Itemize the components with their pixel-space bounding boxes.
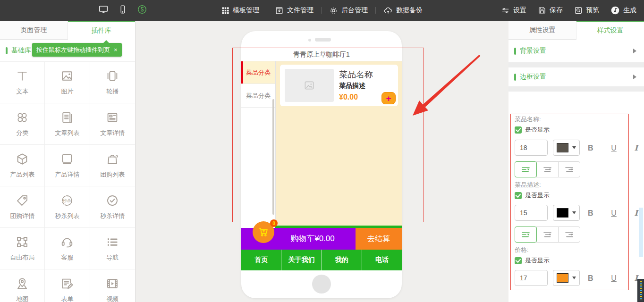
widget-text[interactable]: 文本 <box>0 62 45 103</box>
tab-style-settings[interactable]: 样式设置 <box>576 21 644 40</box>
scrollbar-track-highlight[interactable] <box>639 208 643 257</box>
checkbox-checked-icon[interactable] <box>515 257 522 264</box>
font-color-select-price[interactable] <box>553 270 580 286</box>
widget-label: 轮播 <box>106 87 119 96</box>
menu-item-category[interactable]: 菜品分类 <box>241 84 275 108</box>
italic-button[interactable]: I <box>635 209 638 218</box>
widget-groupbuy-list[interactable]: 团购列表 <box>90 145 135 186</box>
show-toggle-row: 是否显示 <box>515 191 550 200</box>
widget-label: 客服 <box>61 253 73 262</box>
preview-button[interactable]: 预览 <box>574 6 599 15</box>
monitor-icon[interactable] <box>98 4 109 17</box>
scrollbar-thumb[interactable] <box>272 99 274 215</box>
close-icon[interactable]: × <box>114 47 118 53</box>
widget-navigation[interactable]: 导航 <box>90 228 135 269</box>
menu-label: 模板管理 <box>233 6 259 15</box>
dish-price: ¥0.00 <box>339 93 358 101</box>
checkbox-checked-icon[interactable] <box>515 192 522 199</box>
save-button[interactable]: 保存 <box>538 6 563 15</box>
menu-item-label: 菜品分类 <box>246 92 271 100</box>
widget-seckill-list[interactable]: 秒杀 秒杀列表 <box>45 186 90 228</box>
cart-count-badge: 0 <box>270 219 278 227</box>
nav-item-about[interactable]: 关于我们 <box>281 250 322 270</box>
font-size-input-dish-name[interactable] <box>515 140 548 156</box>
checkout-button[interactable]: 去结算 <box>356 228 402 250</box>
widget-category[interactable]: 分类 <box>0 103 45 145</box>
app-title: 青青原上草咖啡厅1 <box>241 48 402 61</box>
underline-button[interactable]: U <box>611 209 617 218</box>
generate-button[interactable]: 生成 <box>610 6 636 15</box>
dish-name: 菜品名称 <box>339 69 373 80</box>
topbar: 模板管理 文件管理 后台管理 数据备份 <box>0 0 644 21</box>
menu-file-management[interactable]: 文件管理 <box>275 6 314 15</box>
align-left-button[interactable] <box>515 161 537 177</box>
underline-button[interactable]: U <box>611 144 617 152</box>
tab-attribute-settings[interactable]: 属性设置 <box>508 21 576 40</box>
section-label: 边框设置 <box>520 73 546 81</box>
text-settings-body: 菜品名称: 是否显示 B U I <box>508 92 644 302</box>
cloud-upload-icon <box>383 6 393 15</box>
menu-template-management[interactable]: 模板管理 <box>221 6 259 15</box>
nav-item-home[interactable]: 首页 <box>241 250 281 270</box>
map-icon <box>15 277 29 291</box>
widget-label: 文章列表 <box>55 129 79 137</box>
widget-article-detail[interactable]: 文章详情 <box>90 103 135 145</box>
font-color-select-dish-desc[interactable] <box>553 205 580 221</box>
align-left-button[interactable] <box>515 226 537 243</box>
tooltip-arrow <box>103 40 110 43</box>
smartphone-icon[interactable] <box>118 4 127 17</box>
section-header[interactable]: 边框设置 <box>508 67 644 86</box>
tab-plugin-library[interactable]: 插件库 <box>68 21 136 40</box>
customer-service-icon <box>60 235 74 249</box>
underline-button[interactable]: U <box>611 274 617 283</box>
menu-item-category[interactable]: 菜品分类 <box>241 61 275 84</box>
align-center-button[interactable] <box>536 161 559 177</box>
section-header[interactable]: 背景设置 <box>508 40 644 62</box>
add-to-cart-button[interactable]: + <box>381 92 396 104</box>
widget-video[interactable]: 视频 <box>90 269 135 302</box>
bold-button[interactable]: B <box>588 144 593 152</box>
widget-customer-service[interactable]: 客服 <box>45 228 90 269</box>
font-style-buttons: B U I <box>588 274 638 283</box>
scrollbar-minimap-thumb[interactable] <box>637 279 644 302</box>
bold-button[interactable]: B <box>588 274 593 283</box>
widget-article-list[interactable]: 文章列表 <box>45 103 90 145</box>
left-panel-tabs: 页面管理 插件库 <box>0 21 135 40</box>
nav-item-phone[interactable]: 电话 <box>362 250 402 270</box>
nav-item-mine[interactable]: 我的 <box>322 250 362 270</box>
bold-button[interactable]: B <box>588 209 593 218</box>
settings-button[interactable]: 设置 <box>501 6 526 15</box>
phone-camera-dot <box>308 39 311 42</box>
font-size-input-price[interactable] <box>515 270 548 286</box>
widget-label: 秒杀列表 <box>55 212 79 220</box>
menu-data-backup[interactable]: 数据备份 <box>383 6 423 15</box>
checkbox-checked-icon[interactable] <box>515 126 522 134</box>
link-icon[interactable] <box>137 4 147 17</box>
dish-card[interactable]: 菜品名称 菜品描述 ¥0.00 + <box>280 65 398 106</box>
widget-label: 文本 <box>16 87 28 96</box>
menu-label: 文件管理 <box>287 6 314 15</box>
form-icon <box>60 277 74 291</box>
tab-page-management[interactable]: 页面管理 <box>0 21 68 40</box>
align-right-button[interactable] <box>558 161 580 177</box>
carousel-icon <box>105 69 119 83</box>
widget-image[interactable]: 图片 <box>45 62 90 103</box>
font-color-select-dish-name[interactable] <box>553 140 580 156</box>
widget-groupbuy-detail[interactable]: 团购详情 <box>0 186 45 228</box>
widget-form[interactable]: 表单 <box>45 269 90 302</box>
align-right-button[interactable] <box>558 226 580 243</box>
align-center-button[interactable] <box>536 226 559 243</box>
widget-product-detail[interactable]: 产品详情 <box>45 145 90 186</box>
widget-product-list[interactable]: 产品列表 <box>0 145 45 186</box>
widget-free-layout[interactable]: 自由布局 <box>0 228 45 269</box>
widget-seckill-detail[interactable]: 秒杀详情 <box>90 186 135 228</box>
italic-button[interactable]: I <box>635 143 638 152</box>
article-list-icon <box>60 110 74 125</box>
widget-carousel[interactable]: 轮播 <box>90 62 135 103</box>
phone-home-button[interactable] <box>312 275 331 294</box>
dropdown-caret-icon <box>572 211 576 214</box>
font-size-input-dish-desc[interactable] <box>515 205 548 221</box>
widget-map[interactable]: 地图 <box>0 269 45 302</box>
section-accent-bar <box>6 47 8 54</box>
menu-backend-management[interactable]: 后台管理 <box>329 6 368 15</box>
